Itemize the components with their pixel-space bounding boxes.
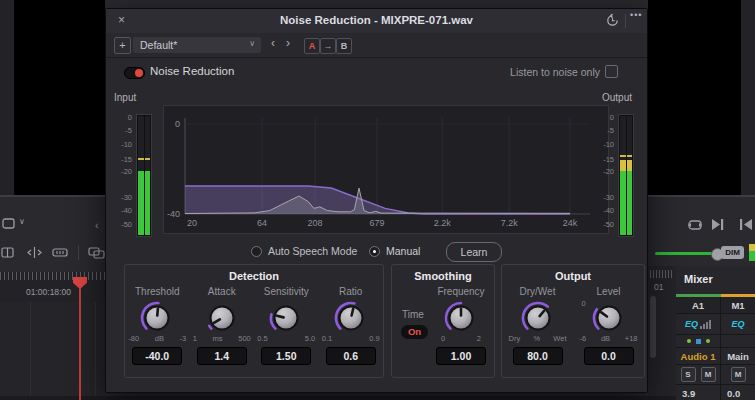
svg-text:208: 208 <box>308 218 323 228</box>
razor-tool-icon[interactable] <box>52 246 68 259</box>
noise-reduction-enable-toggle[interactable] <box>124 67 145 79</box>
titlebar-separator <box>625 14 626 28</box>
timeline-ruler[interactable]: 01:00:18:00 <box>0 272 105 302</box>
preset-next-button[interactable]: › <box>281 36 295 53</box>
playhead-line[interactable] <box>79 288 81 400</box>
slip-edit-icon[interactable] <box>26 246 43 259</box>
channel-eq-cell[interactable]: EQ <box>721 314 755 335</box>
detection-panel: Detection Threshold -80 dB -3 -40.0 Atta… <box>124 264 384 378</box>
noise-spectrum-graph: 20642086792.2k7.2k24k0-20-40 <box>163 105 609 234</box>
knob-label: Level <box>597 286 621 299</box>
left-edge-panel <box>0 0 14 197</box>
frequency-knob[interactable] <box>443 300 479 336</box>
learn-button[interactable]: Learn <box>446 242 502 262</box>
eq-label: EQ <box>731 319 744 329</box>
fader-value[interactable]: 3.9 <box>676 385 720 400</box>
meter-scale-label: -50 <box>603 220 614 229</box>
add-preset-button[interactable]: + <box>114 37 131 54</box>
knob-label: Ratio <box>339 286 362 299</box>
timeline-bottom-strip <box>0 396 676 400</box>
channel-id[interactable]: M1 <box>721 297 755 314</box>
meter-scale-label: -5 <box>607 126 614 135</box>
monitor-meter <box>749 244 755 261</box>
dim-button[interactable]: DIM <box>721 246 744 259</box>
ruler-ticks <box>0 272 105 280</box>
history-icon[interactable] <box>605 13 620 32</box>
selection-tool-icon[interactable] <box>2 218 15 229</box>
ruler-ticks <box>650 270 674 278</box>
timecode: 01:00:18:00 <box>26 287 71 297</box>
solo-mute-cell: M <box>721 365 755 385</box>
loop-playback-icon[interactable] <box>687 219 703 231</box>
attack-knob[interactable] <box>204 300 240 336</box>
listen-to-noise-checkbox[interactable] <box>605 65 618 78</box>
collapse-panel-icon[interactable]: ‹ <box>95 219 99 231</box>
overflow-menu-button[interactable]: ••• <box>630 10 642 20</box>
meter-scale-label: -40 <box>603 206 614 215</box>
manual-mode-label: Manual <box>386 245 420 257</box>
status-dot-green <box>687 339 691 343</box>
status-square-blue <box>696 339 701 344</box>
sensitivity-knob[interactable] <box>268 300 304 336</box>
track-number: 01 <box>654 282 663 292</box>
trim-edit-icon[interactable] <box>1 246 14 259</box>
meter-scale-label: -15 <box>121 155 132 164</box>
ratio-knob[interactable] <box>333 300 369 336</box>
meter-scale-label: -20 <box>121 167 132 176</box>
knob-range: -80 dB -3 <box>128 334 186 344</box>
level-value[interactable]: 0.0 <box>584 347 634 365</box>
threshold-knob[interactable] <box>139 300 175 336</box>
ratio-value[interactable]: 0.6 <box>326 347 376 365</box>
auto-speech-mode-radio[interactable] <box>251 246 262 257</box>
knob-range: 0.5 5.0 <box>257 334 315 344</box>
mute-button[interactable]: M <box>701 367 716 382</box>
knob-label: Dry/Wet <box>520 286 556 299</box>
frequency-value[interactable]: 1.00 <box>436 347 486 365</box>
manual-mode-radio[interactable] <box>369 246 380 257</box>
chevron-down-icon[interactable]: ∨ <box>19 217 25 226</box>
channel-name[interactable]: Audio 1 <box>676 348 720 365</box>
ab-compare-a-button[interactable]: A <box>304 38 320 54</box>
output-meter-label: Output <box>602 92 632 103</box>
previous-clip-icon[interactable] <box>740 219 753 230</box>
timeline-tracks[interactable] <box>0 302 105 396</box>
monitor-level-slider[interactable] <box>655 252 713 255</box>
mute-button[interactable]: M <box>731 367 746 382</box>
dialog-title: Noise Reduction - MIXPRE-071.wav <box>106 14 647 26</box>
channel-eq-cell[interactable]: EQ <box>676 314 720 335</box>
level-knob[interactable] <box>591 300 627 336</box>
svg-text:7.2k: 7.2k <box>501 218 519 228</box>
output-panel: Output Dry/Wet Dry % Wet 80.0 0 Level <box>501 264 645 378</box>
channel-id[interactable]: A1 <box>676 297 720 314</box>
sensitivity-value[interactable]: 1.50 <box>261 347 311 365</box>
ab-compare-b-button[interactable]: B <box>336 38 352 54</box>
input-level-meter <box>136 114 152 237</box>
preset-prev-button[interactable]: ‹ <box>266 36 280 53</box>
toolbar-separator <box>78 245 79 260</box>
attack-value[interactable]: 1.4 <box>197 347 247 365</box>
output-level-meter <box>618 114 634 237</box>
sensitivity-control: Sensitivity 0.5 5.0 1.50 <box>255 286 317 365</box>
preset-dropdown[interactable]: Default* ∨ <box>133 37 261 53</box>
meter-scale-label: -10 <box>603 140 614 149</box>
svg-text:2.2k: 2.2k <box>434 218 452 228</box>
fader-value[interactable]: 0.0 <box>721 385 755 400</box>
ab-copy-button[interactable]: → <box>320 38 336 54</box>
solo-button[interactable]: S <box>681 367 696 382</box>
input-meter-label: Input <box>114 92 136 103</box>
mixer-channel-a1: A1 EQ Audio 1 S M 3.9 <box>676 297 721 400</box>
viewer-left <box>14 0 105 197</box>
snapping-icon[interactable] <box>88 246 105 259</box>
next-clip-icon[interactable] <box>712 219 724 230</box>
meter-scale-label: -40 <box>121 206 132 215</box>
eq-label: EQ <box>685 319 698 329</box>
time-smoothing-toggle[interactable]: On <box>401 325 428 339</box>
knob-label: Sensitivity <box>264 286 309 299</box>
vertical-scrollbar[interactable] <box>650 296 656 358</box>
ratio-control: Ratio 0.1 0.9 0.6 <box>320 286 382 365</box>
channel-name[interactable]: Main <box>721 348 755 365</box>
threshold-value[interactable]: -40.0 <box>132 347 182 365</box>
dry-wet-value[interactable]: 80.0 <box>513 347 563 365</box>
listen-to-noise-label: Listen to noise only <box>510 66 600 78</box>
dry-wet-knob[interactable] <box>520 300 556 336</box>
